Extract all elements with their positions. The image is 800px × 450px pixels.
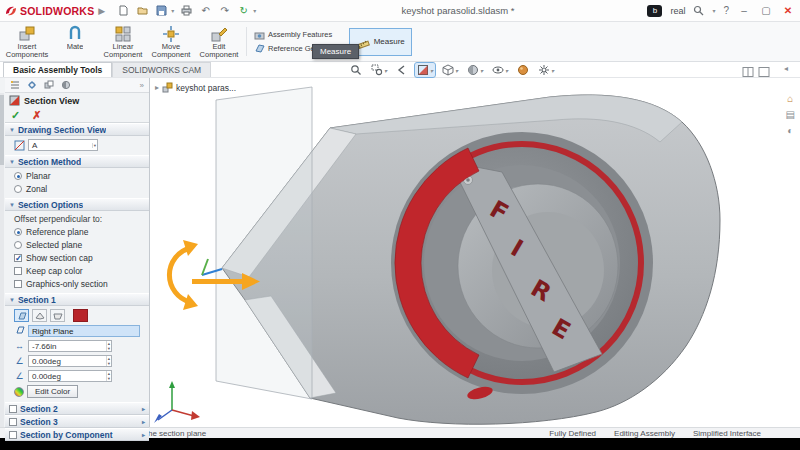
property-manager-tab-icon[interactable] [27, 80, 37, 90]
feature-tree-expand-arrow[interactable]: ▸ [155, 83, 159, 92]
task-pane-appearances-icon[interactable]: ◐ [787, 126, 793, 136]
task-pane-collapse-arrow[interactable]: ◂ [784, 64, 788, 73]
new-document-icon[interactable] [117, 4, 130, 17]
plane-zx-button[interactable] [50, 309, 65, 322]
previous-view-button[interactable] [394, 63, 410, 77]
ribbon-button-insert-components[interactable]: Insert Components [4, 23, 50, 60]
search-caret-icon[interactable]: ▾ [712, 7, 715, 14]
print-icon[interactable] [180, 4, 193, 17]
view-settings-button[interactable]: ▾ [536, 63, 556, 77]
checkbox-icon[interactable] [9, 405, 17, 413]
task-pane-library-icon[interactable]: ▤ [786, 110, 795, 120]
ribbon-button-edit-component[interactable]: Edit Component [196, 23, 242, 60]
user-avatar[interactable]: b [647, 5, 662, 17]
status-interface[interactable]: Simplified Interface [693, 429, 761, 438]
section-plane-field[interactable]: Right Plane [28, 325, 140, 337]
offset-distance-input[interactable]: -7.66in ▴▾ [28, 340, 112, 352]
cap-color-swatch[interactable] [73, 309, 88, 322]
y-rotation-input[interactable]: 0.00deg ▴▾ [28, 370, 112, 382]
breadcrumb[interactable]: keyshot paras... [176, 83, 236, 93]
ribbon-button-assembly-features[interactable]: Assembly Features [254, 29, 338, 40]
section-plane[interactable] [216, 87, 312, 399]
task-pane-tabs: ⌂ ▤ ◐ [786, 94, 795, 136]
checkbox-graphics-only-section[interactable]: Graphics-only section [14, 279, 145, 289]
title-bar: SOLIDWORKS ▶ ▾ ↶ ↷ ↻ ▾ keyshot parasolid… [0, 0, 800, 22]
group-header-section-options[interactable]: ▼ Section Options [5, 198, 149, 211]
ribbon-button-move-component[interactable]: Move Component [148, 23, 194, 60]
group-header-drawing-section-view[interactable]: ▼ Drawing Section View [5, 123, 149, 136]
view-orientation-button[interactable]: ▾ [440, 63, 460, 77]
app-logo[interactable]: SOLIDWORKS [5, 5, 94, 17]
radio-selected-plane[interactable]: Selected plane [14, 240, 145, 250]
open-document-icon[interactable] [136, 4, 149, 17]
measure-tooltip: Measure [312, 44, 359, 59]
group-header-section-3[interactable]: Section 3 ▸ [5, 415, 149, 428]
save-caret-icon[interactable]: ▾ [171, 7, 174, 14]
graphics-area[interactable]: FIRE [150, 78, 800, 427]
rebuild-icon[interactable]: ↻ [237, 4, 250, 17]
redo-icon[interactable]: ↷ [218, 4, 231, 17]
task-pane-home-icon[interactable]: ⌂ [787, 94, 793, 104]
title-bar-right: b real ▾ ? – ▢ ✕ [647, 2, 795, 20]
model-3d-view[interactable]: FIRE [150, 78, 800, 427]
ok-button[interactable]: ✓ [11, 109, 20, 122]
edit-appearance-button[interactable] [515, 63, 531, 77]
display-style-button[interactable]: ▾ [465, 63, 485, 77]
group-header-section-1[interactable]: ▼ Section 1 [5, 293, 149, 306]
minimize-button[interactable]: – [737, 5, 751, 16]
checkbox-keep-cap-color[interactable]: Keep cap color [14, 266, 145, 276]
x-rotation-input[interactable]: 0.00deg ▴▾ [28, 355, 112, 367]
undo-icon[interactable]: ↶ [199, 4, 212, 17]
ds-logo-icon [5, 5, 17, 17]
help-button[interactable]: ? [723, 5, 729, 16]
group-header-section-method[interactable]: ▼ Section Method [5, 155, 149, 168]
single-pane-button[interactable] [758, 64, 770, 82]
options-caret-icon[interactable]: ▾ [253, 7, 256, 14]
combo-caret-icon[interactable]: ▾ [93, 143, 97, 148]
group-header-section-by-component[interactable]: Section by Component ▸ [5, 428, 149, 441]
status-bar-right: Fully Defined Editing Assembly Simplifie… [549, 429, 761, 438]
drawing-section-view-body: A ▾ [5, 136, 149, 155]
assembly-features-icon [254, 29, 265, 40]
edit-color-button[interactable]: Edit Color [27, 385, 78, 398]
zoom-area-button[interactable]: ▾ [369, 63, 389, 77]
pm-tabs-overflow-chevron[interactable]: » [140, 81, 144, 90]
section-view-button[interactable]: ▾ [415, 63, 435, 77]
tab-solidworks-cam[interactable]: SOLIDWORKS CAM [112, 62, 211, 77]
radio-icon [14, 228, 22, 236]
ribbon-button-linear-component-pattern[interactable]: Linear Component Pattern [100, 23, 146, 60]
maximize-button[interactable]: ▢ [759, 5, 773, 16]
checkbox-icon[interactable] [9, 431, 17, 439]
hide-show-items-button[interactable]: ▾ [490, 63, 510, 77]
feature-tree-tab-icon[interactable] [10, 80, 20, 90]
close-button[interactable]: ✕ [781, 5, 795, 16]
configuration-manager-tab-icon[interactable] [44, 80, 54, 90]
chevron-down-icon: ▼ [9, 127, 15, 133]
display-manager-tab-icon[interactable] [61, 80, 71, 90]
tab-basic-assembly-tools[interactable]: Basic Assembly Tools [3, 62, 112, 77]
zoom-fit-button[interactable] [348, 63, 364, 77]
split-pane-button[interactable] [742, 64, 754, 82]
insert-components-icon [18, 25, 36, 43]
spin-down-icon[interactable]: ▾ [107, 346, 111, 351]
save-icon[interactable] [155, 4, 168, 17]
feature-tree-breadcrumb: ▸ keyshot paras... [155, 82, 236, 93]
menu-flyout-arrow[interactable]: ▶ [98, 6, 105, 16]
cancel-button[interactable]: ✗ [32, 109, 41, 122]
checkbox-icon[interactable] [9, 418, 17, 426]
spin-down-icon[interactable]: ▾ [107, 361, 111, 366]
group-header-section-2[interactable]: Section 2 ▸ [5, 402, 149, 415]
account-label[interactable]: real [670, 6, 685, 16]
pm-scrollbar[interactable] [0, 93, 4, 427]
plane-xy-button[interactable] [14, 309, 29, 322]
radio-reference-plane[interactable]: Reference plane [14, 227, 145, 237]
pm-scrollbar-thumb[interactable] [0, 95, 4, 165]
drawing-section-combo[interactable]: A ▾ [28, 139, 98, 151]
ribbon-button-mate[interactable]: Mate [52, 23, 98, 60]
search-icon[interactable] [693, 2, 704, 20]
spin-down-icon[interactable]: ▾ [107, 376, 111, 381]
radio-zonal[interactable]: Zonal [14, 184, 145, 194]
checkbox-show-section-cap[interactable]: Show section cap [14, 253, 145, 263]
plane-yz-button[interactable] [32, 309, 47, 322]
radio-planar[interactable]: Planar [14, 171, 145, 181]
